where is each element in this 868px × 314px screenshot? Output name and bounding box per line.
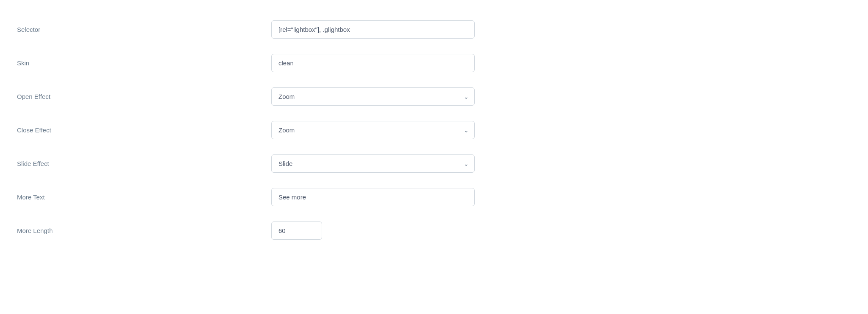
close-effect-control: Zoom Fade None ⌄ xyxy=(271,121,475,139)
skin-row: Skin xyxy=(17,46,851,80)
selector-row: Selector xyxy=(17,13,851,46)
slide-effect-label: Slide Effect xyxy=(17,160,271,167)
open-effect-control: Zoom Fade None ⌄ xyxy=(271,87,475,106)
skin-control xyxy=(271,54,475,72)
open-effect-select[interactable]: Zoom Fade None xyxy=(271,87,475,106)
slide-effect-select[interactable]: Slide Zoom Fade None xyxy=(271,154,475,173)
skin-label: Skin xyxy=(17,59,271,67)
more-text-label: More Text xyxy=(17,193,271,201)
selector-label: Selector xyxy=(17,26,271,33)
more-length-label: More Length xyxy=(17,227,271,234)
skin-input[interactable] xyxy=(271,54,475,72)
slide-effect-row: Slide Effect Slide Zoom Fade None ⌄ xyxy=(17,147,851,180)
close-effect-select-wrapper: Zoom Fade None ⌄ xyxy=(271,121,475,139)
selector-control xyxy=(271,20,475,39)
more-length-input[interactable] xyxy=(271,221,322,240)
open-effect-row: Open Effect Zoom Fade None ⌄ xyxy=(17,80,851,113)
settings-form: Selector Skin Open Effect Zoom Fade None… xyxy=(17,8,851,252)
more-text-input[interactable] xyxy=(271,188,475,206)
open-effect-select-wrapper: Zoom Fade None ⌄ xyxy=(271,87,475,106)
more-length-control xyxy=(271,221,475,240)
more-length-row: More Length xyxy=(17,214,851,247)
more-text-row: More Text xyxy=(17,180,851,214)
slide-effect-select-wrapper: Slide Zoom Fade None ⌄ xyxy=(271,154,475,173)
close-effect-select[interactable]: Zoom Fade None xyxy=(271,121,475,139)
open-effect-label: Open Effect xyxy=(17,93,271,100)
close-effect-label: Close Effect xyxy=(17,126,271,134)
more-text-control xyxy=(271,188,475,206)
slide-effect-control: Slide Zoom Fade None ⌄ xyxy=(271,154,475,173)
selector-input[interactable] xyxy=(271,20,475,39)
close-effect-row: Close Effect Zoom Fade None ⌄ xyxy=(17,113,851,147)
